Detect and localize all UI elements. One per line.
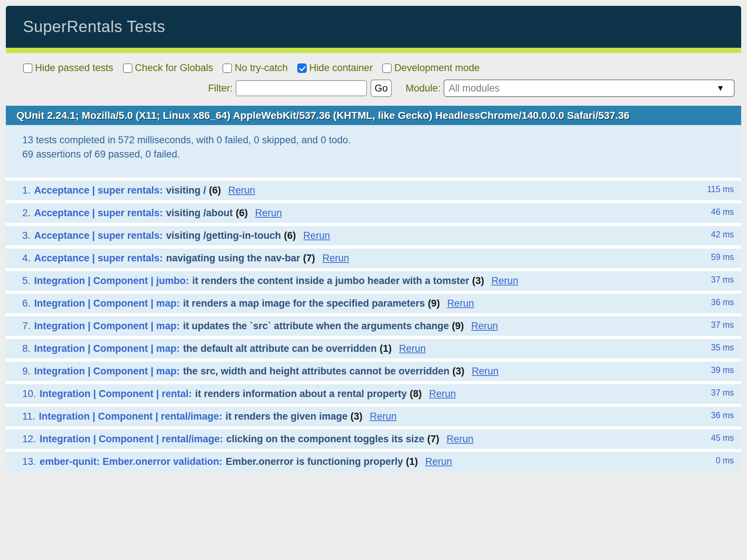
test-name: it renders information about a rental pr… <box>195 388 407 399</box>
rerun-link[interactable]: Rerun <box>447 298 474 309</box>
assertion-count: (9) <box>452 320 464 331</box>
test-runtime: 59 ms <box>711 252 734 262</box>
rerun-link[interactable]: Rerun <box>228 185 255 196</box>
checkbox-label: No try-catch <box>235 62 288 74</box>
test-module-name: Acceptance | super rentals: <box>34 185 163 196</box>
module-label: Module: <box>406 83 441 94</box>
test-name: the src, width and height attributes can… <box>183 366 450 377</box>
test-runtime: 36 ms <box>711 298 734 307</box>
test-runtime: 42 ms <box>711 230 734 240</box>
toolbar-filter-row: Filter: Go Module: All modules ▼ <box>23 79 735 97</box>
test-name: the default alt attribute can be overrid… <box>183 343 377 354</box>
test-name: clicking on the component toggles its si… <box>226 433 424 444</box>
rerun-link[interactable]: Rerun <box>472 366 499 377</box>
checkbox-label: Hide container <box>309 62 373 74</box>
checkbox[interactable] <box>222 63 232 73</box>
test-runtime: 39 ms <box>711 365 734 375</box>
filter-input[interactable] <box>236 80 367 96</box>
test-module-name: Integration | Component | rental/image: <box>40 433 223 444</box>
assertion-count: (6) <box>284 230 296 241</box>
checkbox[interactable] <box>382 63 392 73</box>
test-row[interactable]: 5.Integration | Component | jumbo:it ren… <box>6 271 741 291</box>
test-number: 4. <box>22 253 31 264</box>
test-list: 1.Acceptance | super rentals:visiting /(… <box>6 181 741 471</box>
test-row[interactable]: 6.Integration | Component | map:it rende… <box>6 294 741 313</box>
rerun-link[interactable]: Rerun <box>399 343 426 354</box>
checkbox-label: Check for Globals <box>135 62 213 74</box>
test-runtime: 37 ms <box>711 275 734 285</box>
test-row[interactable]: 7.Integration | Component | map:it updat… <box>6 316 741 336</box>
test-row[interactable]: 9.Integration | Component | map:the src,… <box>6 362 741 381</box>
test-name: Ember.onerror is functioning properly <box>226 456 403 467</box>
rerun-link[interactable]: Rerun <box>370 411 397 422</box>
checkbox[interactable] <box>123 63 132 73</box>
test-module-name: Integration | Component | rental/image: <box>39 411 222 422</box>
test-module-name: Integration | Component | map: <box>34 298 180 309</box>
test-runtime: 35 ms <box>711 343 734 353</box>
assertion-count: (3) <box>472 275 484 286</box>
test-row[interactable]: 13.ember-qunit: Ember.onerror validation… <box>6 452 741 471</box>
test-module-name: Acceptance | super rentals: <box>34 207 163 218</box>
test-name: visiting /getting-in-touch <box>166 230 281 241</box>
test-module-name: Acceptance | super rentals: <box>34 253 163 264</box>
test-module-name: Integration | Component | jumbo: <box>34 275 189 286</box>
module-select[interactable]: All modules ▼ <box>444 79 735 97</box>
test-row[interactable]: 8.Integration | Component | map:the defa… <box>6 339 741 358</box>
toolbar-checkbox-option[interactable]: Hide passed tests <box>23 62 113 74</box>
test-number: 12. <box>22 433 36 444</box>
rerun-link[interactable]: Rerun <box>491 275 518 286</box>
rerun-link[interactable]: Rerun <box>429 388 456 399</box>
checkbox[interactable] <box>297 63 307 73</box>
test-row[interactable]: 3.Acceptance | super rentals:visiting /g… <box>6 226 741 245</box>
toolbar-checkbox-option[interactable]: No try-catch <box>222 62 288 74</box>
rerun-link[interactable]: Rerun <box>322 253 349 264</box>
test-number: 11. <box>22 411 35 422</box>
test-number: 5. <box>22 275 31 286</box>
test-runtime: 0 ms <box>716 456 734 466</box>
test-module-name: Integration | Component | map: <box>34 320 180 331</box>
checkbox[interactable] <box>23 63 32 73</box>
test-module-name: Acceptance | super rentals: <box>34 230 163 241</box>
rerun-link[interactable]: Rerun <box>446 433 473 444</box>
test-runtime: 46 ms <box>711 207 734 217</box>
toolbar-checkbox-option[interactable]: Hide container <box>297 62 373 74</box>
qunit-page: SuperRentals Tests Hide passed tests Che… <box>6 6 741 471</box>
test-number: 10. <box>22 388 36 399</box>
test-number: 7. <box>22 320 31 331</box>
test-number: 6. <box>22 298 31 309</box>
test-runtime: 115 ms <box>707 184 734 194</box>
test-row[interactable]: 1.Acceptance | super rentals:visiting /(… <box>6 181 741 200</box>
test-runtime: 37 ms <box>711 388 734 398</box>
go-button[interactable]: Go <box>371 79 392 97</box>
rerun-link[interactable]: Rerun <box>425 456 452 467</box>
test-number: 2. <box>22 207 31 218</box>
rerun-link[interactable]: Rerun <box>255 207 282 218</box>
page-title: SuperRentals Tests <box>23 18 741 36</box>
toolbar-checkbox-option[interactable]: Development mode <box>382 62 480 74</box>
toolbar-checkbox-option[interactable]: Check for Globals <box>123 62 213 74</box>
test-row[interactable]: 2.Acceptance | super rentals:visiting /a… <box>6 203 741 223</box>
assertion-count: (9) <box>428 298 440 309</box>
app-header: SuperRentals Tests <box>6 6 741 48</box>
assertion-count: (7) <box>303 253 315 264</box>
test-name: navigating using the nav-bar <box>166 253 300 264</box>
assertion-count: (1) <box>406 456 418 467</box>
module-select-value: All modules <box>449 83 500 94</box>
rerun-link[interactable]: Rerun <box>303 230 330 241</box>
assertion-count: (7) <box>427 433 439 444</box>
useragent-banner: QUnit 2.24.1; Mozilla/5.0 (X11; Linux x8… <box>6 106 741 125</box>
assertion-count: (8) <box>410 388 422 399</box>
test-number: 9. <box>22 366 31 377</box>
test-module-name: Integration | Component | map: <box>34 366 180 377</box>
test-row[interactable]: 4.Acceptance | super rentals:navigating … <box>6 249 741 268</box>
test-row[interactable]: 10.Integration | Component | rental:it r… <box>6 384 741 404</box>
assertion-count: (6) <box>209 185 221 196</box>
summary-line-1: 13 tests completed in 572 milliseconds, … <box>22 133 734 147</box>
test-runtime: 37 ms <box>711 320 734 330</box>
test-number: 3. <box>22 230 31 241</box>
rerun-link[interactable]: Rerun <box>471 320 498 331</box>
test-name: visiting / <box>166 185 206 196</box>
test-row[interactable]: 11.Integration | Component | rental/imag… <box>6 407 741 426</box>
checkbox-label: Hide passed tests <box>35 62 113 74</box>
test-row[interactable]: 12.Integration | Component | rental/imag… <box>6 429 741 449</box>
